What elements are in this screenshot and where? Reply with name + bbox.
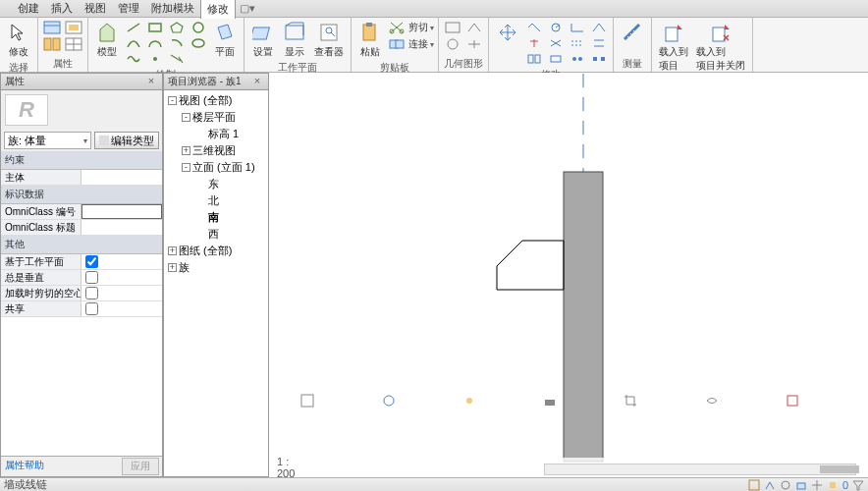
tree-node[interactable]: 标高 1 xyxy=(166,126,266,142)
draw-ellipse[interactable] xyxy=(189,35,208,51)
prop-btn-2[interactable] xyxy=(42,36,62,52)
menu-item-3[interactable]: 管理 xyxy=(112,0,145,18)
drawing-canvas[interactable]: 1 : 200 xyxy=(269,73,868,477)
prop-btn-1[interactable] xyxy=(42,20,62,35)
properties-grid: 约束 主体 标识数据 OmniClass 编号 OmniClass 标题 其他 … xyxy=(1,151,162,456)
menu-item-5[interactable]: 修改 xyxy=(200,0,236,19)
tree-twisty-icon[interactable]: + xyxy=(168,246,177,255)
tree-node[interactable]: +族 xyxy=(166,259,266,276)
type-selector[interactable]: 族: 体量▾ xyxy=(4,132,91,149)
loadclose-button[interactable]: 载入到 项目并关闭 xyxy=(693,20,748,74)
mod-10[interactable] xyxy=(589,20,609,35)
tree-twisty-icon[interactable]: - xyxy=(182,163,190,172)
svg-point-13 xyxy=(193,23,203,32)
mod-2[interactable] xyxy=(524,35,544,51)
apply-button[interactable]: 应用 xyxy=(122,458,159,475)
tree-node[interactable]: +三维视图 xyxy=(166,142,266,159)
chk-shared[interactable] xyxy=(85,302,98,315)
chk-workplane[interactable] xyxy=(85,255,98,268)
ribbon-expand-icon[interactable]: ▢▾ xyxy=(236,2,259,15)
geo-4[interactable] xyxy=(464,36,484,52)
move-tool[interactable] xyxy=(493,20,522,45)
menu-item-4[interactable]: 附加模块 xyxy=(145,0,200,18)
constraint-header: 约束 xyxy=(1,151,162,170)
detail-level-icon[interactable] xyxy=(300,394,375,477)
paste-button[interactable]: 粘贴 xyxy=(355,20,385,60)
pg-k-omni-num: OmniClass 编号 xyxy=(1,204,81,219)
geo-3[interactable] xyxy=(464,20,484,35)
mod-3[interactable] xyxy=(524,51,544,67)
menu-item-1[interactable]: 插入 xyxy=(45,0,79,18)
tree-node[interactable]: -立面 (立面 1) xyxy=(166,159,266,176)
draw-rect[interactable] xyxy=(145,20,165,35)
status-filter-icon[interactable] xyxy=(852,479,864,491)
mod-6[interactable] xyxy=(546,51,566,67)
model-button[interactable]: 模型 xyxy=(92,20,122,60)
prop-btn-3[interactable] xyxy=(64,20,83,35)
mod-9[interactable] xyxy=(568,51,587,67)
pg-v-omni-num[interactable] xyxy=(81,204,162,219)
measure-button[interactable] xyxy=(618,20,647,45)
tree-node[interactable]: 西 xyxy=(166,226,266,243)
draw-spline[interactable] xyxy=(124,51,143,67)
tree-twisty-icon[interactable]: - xyxy=(168,96,177,105)
tree-node[interactable]: 南 xyxy=(166,209,266,226)
browser-close-icon[interactable]: × xyxy=(250,75,264,88)
tree-node[interactable]: +图纸 (全部) xyxy=(166,243,266,259)
menu-item-2[interactable]: 视图 xyxy=(79,0,112,18)
modify-button[interactable]: 修改 xyxy=(4,20,33,60)
canvas-scrollbar-h[interactable] xyxy=(544,464,856,475)
chk-voidcut[interactable] xyxy=(85,287,98,300)
status-icon-3[interactable] xyxy=(780,479,791,491)
mod-1[interactable] xyxy=(524,20,544,35)
status-icon-2[interactable] xyxy=(764,479,776,491)
edit-type-button[interactable]: 编辑类型 xyxy=(94,132,159,149)
mod-5[interactable] xyxy=(546,35,566,51)
plane-button[interactable]: 平面 xyxy=(210,20,240,60)
visual-style-icon[interactable] xyxy=(382,394,457,477)
status-icon-4[interactable] xyxy=(795,479,807,491)
status-icon-5[interactable] xyxy=(811,479,823,491)
properties-close-icon[interactable]: × xyxy=(144,75,158,88)
viewer-button[interactable]: 查看器 xyxy=(311,20,347,60)
svg-rect-2 xyxy=(44,38,51,50)
tree-twisty-icon[interactable]: - xyxy=(182,113,190,122)
draw-line[interactable] xyxy=(124,20,143,35)
mod-8[interactable] xyxy=(568,35,587,51)
mod-11[interactable] xyxy=(589,35,609,51)
mod-12[interactable] xyxy=(589,51,609,67)
draw-point[interactable] xyxy=(145,51,165,67)
status-icon-6[interactable] xyxy=(827,479,839,491)
tree-node[interactable]: 东 xyxy=(166,176,266,192)
pg-v-host[interactable] xyxy=(81,170,162,185)
tree-twisty-icon[interactable]: + xyxy=(182,146,190,155)
tree-node[interactable]: -视图 (全部) xyxy=(166,92,266,109)
draw-circle[interactable] xyxy=(189,20,208,35)
set-button[interactable]: 设置 xyxy=(248,20,278,60)
sunpath-icon[interactable] xyxy=(462,394,537,477)
chk-vertical[interactable] xyxy=(85,271,98,284)
tree-node[interactable]: 北 xyxy=(166,192,266,209)
pg-k-o2: 加载时剪切的空心 xyxy=(1,286,81,300)
menu-item-0[interactable]: 创建 xyxy=(2,0,45,18)
status-icon-1[interactable] xyxy=(748,479,760,491)
draw-arc3[interactable] xyxy=(167,35,187,51)
mod-4[interactable] xyxy=(546,20,566,35)
cut-button[interactable] xyxy=(387,20,407,35)
tree-node[interactable]: -楼层平面 xyxy=(166,109,266,126)
draw-arc[interactable] xyxy=(124,35,143,51)
draw-poly[interactable] xyxy=(167,20,187,35)
draw-arc2[interactable] xyxy=(145,35,165,51)
prop-btn-4[interactable] xyxy=(64,36,83,52)
pg-v-omni-title[interactable] xyxy=(81,220,162,235)
join-button[interactable] xyxy=(387,36,407,52)
mod-7[interactable] xyxy=(568,20,587,35)
loadto-button[interactable]: 载入到 项目 xyxy=(656,20,691,74)
pg-k-o1: 总是垂直 xyxy=(1,270,81,285)
geo-1[interactable] xyxy=(443,20,462,35)
scale-control[interactable]: 1 : 200 xyxy=(277,456,295,477)
tree-twisty-icon[interactable]: + xyxy=(168,263,177,272)
show-button[interactable]: 显示 xyxy=(280,20,309,60)
draw-pick[interactable] xyxy=(167,51,187,67)
geo-2[interactable] xyxy=(443,36,462,52)
